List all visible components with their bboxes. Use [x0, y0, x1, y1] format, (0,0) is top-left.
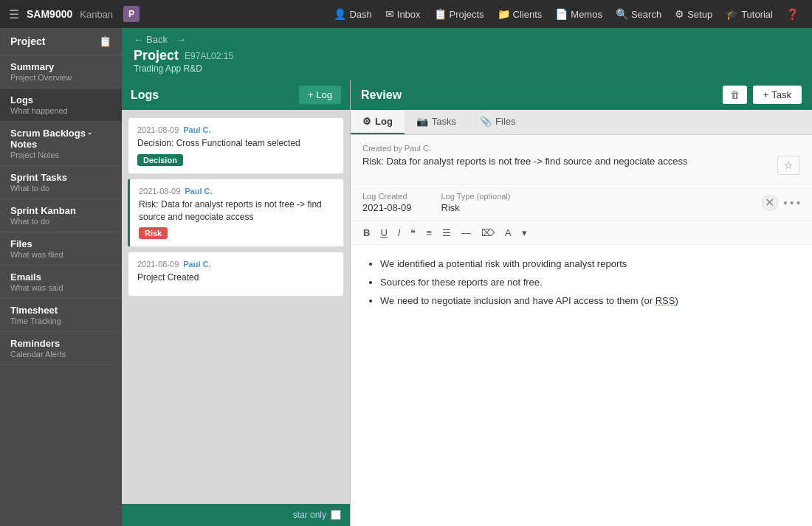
sidebar-item-sprint-kanban[interactable]: Sprint Kanban What to do — [0, 199, 122, 232]
hamburger-icon[interactable]: ☰ — [9, 7, 19, 21]
delete-button[interactable]: 🗑 — [723, 86, 747, 104]
back-nav: ← Back → — [134, 34, 186, 45]
review-subject-row: Risk: Data for analyst reports is not fr… — [362, 156, 800, 175]
nav-dash-label: Dash — [349, 9, 371, 20]
log-meta: 2021-08-09 Paul C. — [137, 125, 334, 134]
add-log-button[interactable]: + Log — [299, 86, 341, 104]
project-title: Project — [134, 48, 179, 63]
sidebar-item-scrum-sub: Project Notes — [10, 150, 111, 159]
divider-button[interactable]: — — [458, 226, 475, 240]
nav-memos[interactable]: 📄 Memos — [551, 8, 607, 20]
clients-icon: 📁 — [498, 8, 510, 20]
sidebar-item-scrum-title: Scrum Backlogs - Notes — [10, 128, 111, 150]
sidebar-project: Project 📋 — [0, 28, 122, 55]
tab-tasks[interactable]: 📷 Tasks — [405, 110, 468, 134]
log-text: Decision: Cross Functional team selected — [137, 137, 334, 150]
log-tab-icon: ⚙ — [362, 116, 371, 127]
nav-tutorial[interactable]: 🎓 Tutorial — [721, 8, 777, 20]
nav-help[interactable]: ❓ — [782, 8, 803, 20]
forward-button[interactable]: → — [176, 34, 186, 45]
log-date: 2021-08-09 — [137, 260, 179, 269]
quote-button[interactable]: ❝ — [407, 226, 419, 240]
setup-icon: ⚙ — [675, 8, 684, 20]
nav-search[interactable]: 🔍 Search — [611, 8, 666, 20]
log-entry[interactable]: 2021-08-09 Paul C. Project Created — [128, 252, 344, 297]
meta-actions: ✕ • • • — [762, 195, 800, 211]
log-badge-decision: Decision — [137, 154, 183, 166]
sidebar-item-timesheet[interactable]: Timesheet Time Tracking — [0, 299, 122, 332]
task-button[interactable]: + Task — [753, 86, 802, 104]
nav-inbox[interactable]: ✉ Inbox — [381, 8, 425, 20]
more-button[interactable]: • • • — [784, 197, 800, 209]
log-text: Risk: Data for analyst reports is not fr… — [139, 198, 334, 224]
sidebar-project-icon: 📋 — [99, 35, 111, 47]
tasks-tab-label: Tasks — [432, 116, 456, 127]
nav-dash[interactable]: 👤 Dash — [329, 8, 376, 20]
underline-button[interactable]: U — [376, 226, 390, 240]
meta-log-created: Log Created 2021-08-09 — [362, 192, 412, 213]
nav-projects[interactable]: 📋 Projects — [430, 8, 489, 20]
star-only-checkbox[interactable] — [331, 510, 341, 520]
sidebar-item-scrum[interactable]: Scrum Backlogs - Notes Project Notes — [0, 122, 122, 166]
log-tab-label: Log — [375, 116, 393, 127]
review-content: Created by Paul C. Risk: Data for analys… — [351, 135, 812, 526]
sidebar-item-reminders-title: Reminders — [10, 338, 111, 349]
log-author: Paul C. — [183, 125, 210, 134]
strikethrough-button[interactable]: ⌦ — [478, 226, 498, 240]
review-tabs: ⚙ Log 📷 Tasks 📎 Files — [351, 110, 812, 135]
sidebar-item-timesheet-sub: Time Tracking — [10, 316, 111, 325]
sidebar-item-logs-title: Logs — [10, 94, 111, 105]
files-tab-label: Files — [495, 116, 515, 127]
nav-clients[interactable]: 📁 Clients — [493, 8, 547, 20]
task-plus-icon: + — [763, 89, 769, 100]
star-only-label: star only — [293, 510, 326, 520]
more-format-button[interactable]: ▾ — [518, 226, 531, 240]
logs-panel-header: Logs + Log — [122, 80, 350, 110]
left-panel: Logs + Log 2021-08-09 Paul C. Decision: … — [122, 80, 351, 526]
sidebar-item-summary-title: Summary — [10, 61, 111, 72]
rss-abbr: RSS — [656, 295, 675, 306]
nav-inbox-label: Inbox — [397, 9, 421, 20]
italic-button[interactable]: I — [394, 226, 405, 240]
sidebar-item-logs[interactable]: Logs What happened — [0, 89, 122, 122]
bullet-list-button[interactable]: ≡ — [422, 226, 436, 240]
sidebar-item-emails[interactable]: Emails What was said — [0, 266, 122, 299]
log-entry[interactable]: 2021-08-09 Paul C. Risk: Data for analys… — [128, 179, 344, 248]
sidebar-item-emails-sub: What was said — [10, 283, 111, 292]
numbered-list-button[interactable]: ☰ — [438, 226, 455, 240]
tab-log[interactable]: ⚙ Log — [351, 110, 405, 134]
sidebar-item-sprint-tasks[interactable]: Sprint Tasks What to do — [0, 166, 122, 199]
star-button[interactable]: ☆ — [777, 156, 800, 175]
bullet-item-1: We identified a potential risk with prov… — [380, 257, 797, 272]
close-button[interactable]: ✕ — [762, 195, 778, 211]
sidebar-item-files[interactable]: Files What was filed — [0, 232, 122, 266]
tutorial-icon: 🎓 — [726, 8, 738, 20]
nav-sub-label: Kanban — [80, 9, 113, 20]
tasks-tab-icon: 📷 — [416, 116, 428, 127]
review-actions: 🗑 + Task — [723, 86, 802, 104]
sidebar: Project 📋 Summary Project Overview Logs … — [0, 28, 122, 526]
sidebar-item-logs-sub: What happened — [10, 106, 111, 115]
nav-search-label: Search — [631, 9, 661, 20]
sidebar-item-files-title: Files — [10, 238, 111, 249]
nav-setup[interactable]: ⚙ Setup — [670, 8, 717, 20]
log-created-value: 2021-08-09 — [362, 202, 412, 213]
log-badge-risk: Risk — [139, 227, 168, 239]
nav-clients-label: Clients — [513, 9, 543, 20]
review-subject-text: Risk: Data for analyst reports is not fr… — [362, 156, 687, 167]
tab-files[interactable]: 📎 Files — [468, 110, 527, 134]
log-date: 2021-08-09 — [139, 187, 180, 195]
back-button[interactable]: ← Back — [134, 34, 168, 45]
projects-icon: 📋 — [434, 8, 447, 20]
sidebar-item-reminders[interactable]: Reminders Calendar Alerts — [0, 332, 122, 365]
logs-footer: star only — [122, 504, 350, 526]
main-layout: Project 📋 Summary Project Overview Logs … — [0, 28, 812, 526]
search-icon: 🔍 — [616, 8, 628, 20]
help-icon: ❓ — [786, 8, 799, 20]
log-entry[interactable]: 2021-08-09 Paul C. Decision: Cross Funct… — [128, 117, 344, 174]
sidebar-item-reminders-sub: Calendar Alerts — [10, 350, 111, 359]
bold-button[interactable]: B — [359, 226, 374, 240]
format-button[interactable]: A — [501, 226, 515, 240]
sidebar-item-summary[interactable]: Summary Project Overview — [0, 55, 122, 89]
editor-body[interactable]: We identified a potential risk with prov… — [351, 245, 812, 526]
